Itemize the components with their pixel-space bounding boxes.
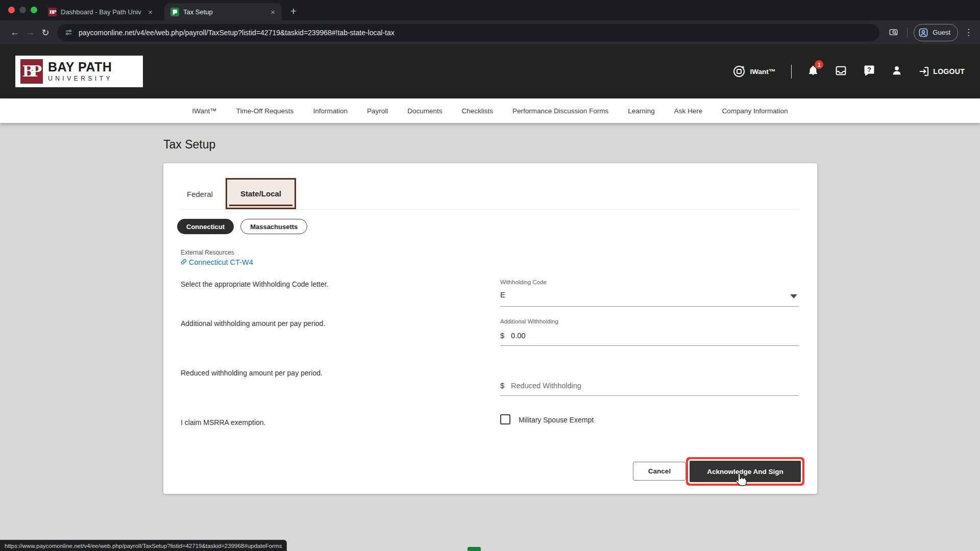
additional-withholding-input[interactable]: $ 0.00 [500,332,525,340]
browser-tab-strip: BP Dashboard - Bay Path Univers × Tax Se… [0,0,980,20]
field-label-additional-withholding: Additional Withholding [500,318,558,324]
forward-icon: → [22,25,38,40]
nav-item-iwant[interactable]: IWant™ [192,107,217,115]
app-header: BP BAY PATH UNIVERSITY IWant™ 1 ? [0,44,980,98]
logo-line1: BAY PATH [48,61,113,73]
browser-toolbar: ← → ↻ paycomonline.net/v4/ee/web.php/pay… [0,20,980,44]
browser-tab-tax-setup[interactable]: Tax Setup × [164,3,282,20]
logout-button[interactable]: LOGOUT [918,66,965,77]
close-window-button[interactable] [8,7,15,13]
nav-item-documents[interactable]: Documents [407,107,442,115]
help-icon: ? [863,64,875,77]
zoom-window-button[interactable] [31,7,37,13]
field-label-withholding-code: Withholding Code [500,279,547,285]
person-icon [891,65,902,76]
mouse-cursor [734,472,747,489]
iwant-icon [732,65,746,78]
external-resources-label: External Resources [181,249,234,256]
paycom-logo-peek [468,547,481,551]
nav-item-askhere[interactable]: Ask Here [674,107,703,115]
placeholder-text: Reduced Withholding [511,382,581,390]
inbox-icon [835,64,847,77]
svg-text:?: ? [867,66,871,73]
tabs-divider [181,209,800,210]
question-withholding-code: Select the appropriate Withholding Code … [181,280,487,288]
toolbar-divider [907,28,908,38]
nav-item-information[interactable]: Information [313,107,348,115]
pill-connecticut[interactable]: Connecticut [177,219,234,234]
window-controls [8,7,37,13]
military-spouse-exempt-checkbox[interactable] [500,414,510,424]
reload-icon[interactable]: ↻ [38,25,53,40]
url-text: paycomonline.net/v4/ee/web.php/payroll/T… [79,29,395,37]
notification-badge: 1 [815,60,823,69]
tab-search-icon[interactable] [886,25,901,40]
close-tab-icon[interactable]: × [145,7,155,17]
paycom-favicon [170,8,179,16]
baypath-logo[interactable]: BP BAY PATH UNIVERSITY [15,56,143,87]
tax-setup-card: Federal State/Local Connecticut Massachu… [163,163,817,494]
ct-w4-link[interactable]: Connecticut CT-W4 [181,258,253,266]
guest-avatar-icon [918,28,928,38]
reduced-withholding-input[interactable]: $ Reduced Withholding [500,382,581,390]
field-underline [500,345,799,346]
nav-item-checklists[interactable]: Checklists [461,107,493,115]
back-icon[interactable]: ← [7,25,22,40]
new-tab-button[interactable]: + [286,4,301,19]
address-bar[interactable]: paycomonline.net/v4/ee/web.php/payroll/T… [57,24,879,41]
currency-prefix: $ [500,332,504,340]
field-underline [500,395,799,396]
logout-label: LOGOUT [933,67,965,76]
nav-item-payroll[interactable]: Payroll [367,107,388,115]
browser-menu-icon[interactable]: ⋮ [964,27,973,38]
profile-button[interactable] [891,65,902,78]
baypath-monogram: BP [20,59,43,84]
nav-item-learning[interactable]: Learning [628,107,655,115]
iwant-label: IWant™ [750,68,776,76]
nav-item-timeoff[interactable]: Time-Off Requests [236,107,294,115]
question-reduced-withholding: Reduced withholding amount per pay perio… [181,369,487,377]
nav-item-company[interactable]: Company Information [722,107,788,115]
page-title: Tax Setup [163,138,215,152]
site-navigation: IWant™ Time-Off Requests Information Pay… [0,98,980,123]
site-info-icon[interactable] [64,28,73,37]
help-button[interactable]: ? [863,64,875,79]
link-icon [181,259,187,265]
currency-prefix: $ [500,382,504,390]
withholding-code-select[interactable]: E [500,291,505,299]
header-divider [791,65,792,79]
pill-massachusetts[interactable]: Massachusetts [240,219,307,234]
tab-federal[interactable]: Federal [187,190,213,198]
tab-title: Tax Setup [183,8,264,16]
browser-window: BP Dashboard - Bay Path Univers × Tax Se… [0,0,980,551]
checkbox-label: Military Spouse Exempt [519,416,594,424]
profile-label: Guest [933,29,950,36]
close-tab-icon[interactable]: × [268,7,278,17]
status-bar-url: https://www.paycomonline.net/v4/ee/web.p… [0,540,287,551]
iwant-button[interactable]: IWant™ [732,65,776,78]
nav-item-performance[interactable]: Performance Discussion Forms [512,107,608,115]
logout-icon [918,66,929,77]
tab-title: Dashboard - Bay Path Univers [61,8,141,16]
field-underline [500,306,799,307]
baypath-favicon: BP [48,8,57,16]
browser-tab-dashboard[interactable]: BP Dashboard - Bay Path Univers × [42,3,159,20]
notifications-button[interactable]: 1 [807,64,819,79]
minimize-window-button[interactable] [19,7,26,13]
active-tab-indicator [229,205,292,206]
question-msrra: I claim MSRRA exemption. [181,418,487,427]
tab-state-local[interactable]: State/Local [226,178,296,209]
logo-line2: UNIVERSITY [48,75,113,82]
cancel-button[interactable]: Cancel [633,462,686,481]
question-additional-withholding: Additional withholding amount per pay pe… [181,319,487,328]
browser-profile-button[interactable]: Guest [914,24,958,41]
state-pills: Connecticut Massachusetts [177,219,307,234]
chevron-down-icon[interactable] [790,294,797,298]
inbox-button[interactable] [835,64,847,79]
